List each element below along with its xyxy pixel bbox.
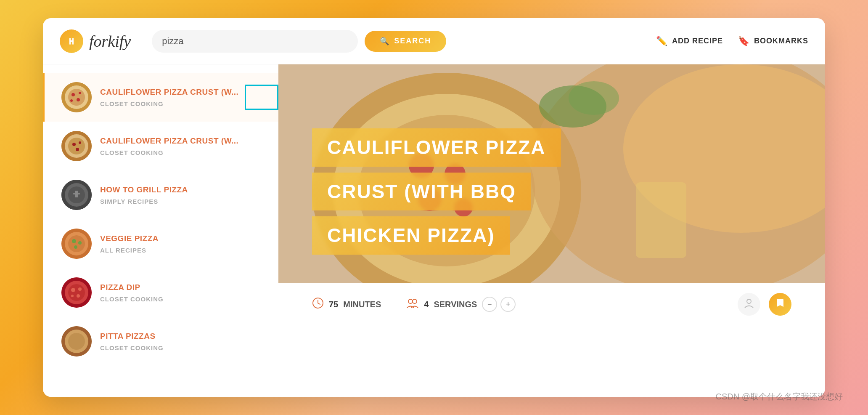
svg-point-26 [78,241,82,245]
plus-icon: + [506,300,511,309]
svg-rect-50 [636,182,686,258]
time-meta: 75 MINUTES [312,297,381,312]
svg-point-13 [68,138,85,154]
recipe-sidebar: CAULIFLOWER PIZZA CRUST (W... CLOSET COO… [43,64,278,397]
recipe-thumbnail [61,82,92,112]
bookmarks-label: BOOKMARKS [754,37,808,45]
svg-point-31 [71,288,75,292]
recipe-hero-title-line3: CHICKEN PIZZA) [327,225,495,246]
recipe-title: PIZZA DIP [100,282,262,293]
search-input-wrapper[interactable] [152,30,358,53]
add-recipe-icon: ✏️ [656,36,668,47]
svg-point-34 [71,295,74,297]
recipe-hero-title-line2: CRUST (WITH BBQ [327,181,516,202]
recipe-thumbnail [61,131,92,161]
title-badge-1: CAULIFLOWER PIZZA [312,128,561,167]
svg-point-10 [70,99,73,102]
svg-point-37 [68,333,85,350]
recipe-title: CAULIFLOWER PIZZA CRUST (W... [100,136,262,146]
logo-area: forkify [60,29,131,53]
svg-point-7 [71,93,75,96]
search-button[interactable]: 🔍 SEARCH [365,31,446,52]
recipe-info: CAULIFLOWER PIZZA CRUST (W... CLOSET COO… [100,136,262,156]
svg-line-53 [318,303,320,304]
list-item[interactable]: CAULIFLOWER PIZZA CRUST (W... CLOSET COO… [43,73,278,122]
user-button[interactable] [738,293,760,316]
bookmark-icon: 🔖 [738,36,750,47]
recipe-thumbnail [61,326,92,356]
svg-point-15 [79,141,81,144]
recipe-meta-bar: 75 MINUTES 4 [278,283,825,325]
svg-point-25 [72,239,76,243]
recipe-info: PITTA PIZZAS CLOSET COOKING [100,331,262,351]
list-item[interactable]: PITTA PIZZAS CLOSET COOKING [43,317,278,366]
time-value: 75 [329,300,338,309]
add-recipe-button[interactable]: ✏️ ADD RECIPE [656,36,723,47]
svg-point-9 [77,98,80,101]
svg-point-33 [77,294,80,298]
svg-rect-21 [75,191,78,197]
list-item[interactable]: PIZZA DIP CLOSET COOKING [43,268,278,317]
servings-value: 4 [424,300,429,309]
recipe-title: CAULIFLOWER PIZZA CRUST (W... [100,87,262,98]
recipe-title: VEGGIE PIZZA [100,234,262,244]
svg-point-16 [76,148,79,151]
title-badge-2: CRUST (WITH BBQ [312,173,531,211]
svg-point-32 [78,287,82,291]
svg-point-6 [68,89,85,106]
recipe-source: CLOSET COOKING [100,344,262,351]
recipe-hero-title-line1: CAULIFLOWER PIZZA [327,137,546,158]
increase-servings-button[interactable]: + [500,297,516,312]
app-header: forkify 🔍 SEARCH ✏️ ADD RECIPE 🔖 BOOKMAR… [43,18,825,64]
servings-meta: 4 SERVINGS − + [406,297,516,312]
svg-point-30 [68,284,85,301]
recipe-title: HOW TO GRILL PIZZA [100,185,262,195]
bookmarks-button[interactable]: 🔖 BOOKMARKS [738,36,808,47]
list-item[interactable]: VEGGIE PIZZA ALL RECIPES [43,219,278,268]
pizza-background: CAULIFLOWER PIZZA CRUST (WITH BBQ CHICKE… [278,64,825,283]
minus-icon: − [487,300,492,309]
recipe-source: SIMPLY RECIPES [100,198,262,205]
title-badge-3: CHICKEN PIZZA) [312,216,510,255]
servings-icon [406,297,419,312]
svg-point-54 [408,299,413,303]
header-actions: ✏️ ADD RECIPE 🔖 BOOKMARKS [656,36,808,47]
add-recipe-label: ADD RECIPE [672,37,723,45]
svg-point-8 [79,92,81,94]
recipe-source: CLOSET COOKING [100,100,262,107]
logo-icon [60,29,83,53]
list-item[interactable]: CAULIFLOWER PIZZA CRUST (W... CLOSET COO… [43,122,278,170]
recipe-title: PITTA PIZZAS [100,331,262,342]
bookmark-active-icon [775,298,785,311]
recipe-source: CLOSET COOKING [100,295,262,303]
recipe-source: ALL RECIPES [100,247,262,254]
watermark: CSDN @取个什么名字我还没想好 [715,391,843,402]
decrease-servings-button[interactable]: − [482,297,497,312]
recipe-thumbnail [61,180,92,210]
svg-point-56 [747,299,751,303]
main-content: CAULIFLOWER PIZZA CRUST (W... CLOSET COO… [43,64,825,397]
recipe-info: CAULIFLOWER PIZZA CRUST (W... CLOSET COO… [100,87,262,107]
svg-rect-3 [69,40,74,42]
search-input[interactable] [162,36,348,47]
servings-label: SERVINGS [434,300,477,309]
recipe-source: CLOSET COOKING [100,149,262,156]
svg-point-24 [68,235,85,252]
app-name: forkify [89,32,131,51]
recipe-hero-title-area: CAULIFLOWER PIZZA CRUST (WITH BBQ CHICKE… [312,128,561,258]
search-button-label: SEARCH [394,37,431,45]
servings-controls: − + [482,297,516,312]
svg-point-55 [413,299,417,303]
meta-right [738,293,791,316]
recipe-detail: CAULIFLOWER PIZZA CRUST (WITH BBQ CHICKE… [278,64,825,397]
svg-point-27 [74,245,77,249]
svg-point-14 [72,143,76,146]
bookmark-recipe-button[interactable] [769,293,791,316]
search-icon: 🔍 [380,37,390,46]
search-area: 🔍 SEARCH [152,30,446,53]
list-item[interactable]: HOW TO GRILL PIZZA SIMPLY RECIPES [43,170,278,219]
recipe-thumbnail [61,229,92,259]
clock-icon [312,297,324,312]
time-label: MINUTES [343,300,381,309]
recipe-info: PIZZA DIP CLOSET COOKING [100,282,262,303]
